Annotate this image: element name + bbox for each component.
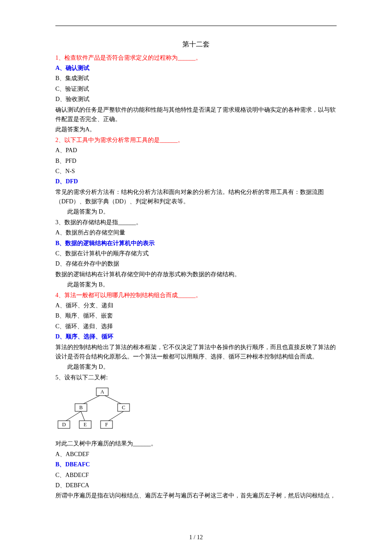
tree-node-b: B (79, 405, 83, 410)
q1-prompt: 1、检查软件产品是否符合需求定义的过程称为______。 (55, 53, 337, 63)
q5-explanation-1: 所谓中序遍历是指在访问根结点、遍历左子树与遍历右子树这三者中，首先遍历左子树，然… (55, 491, 337, 500)
q4-option-c: C、循环、递归、选择 (55, 322, 337, 331)
tree-node-f: F (105, 422, 108, 428)
q3-explanation-2: 此题答案为 B。 (55, 280, 337, 289)
q1-option-c: C、验证测试 (55, 84, 337, 94)
q5-option-a: A、ABCDEF (55, 450, 337, 459)
q2-explanation-1: 常见的需求分析方法有：结构化分析方法和面向对象的分析方法。结构化分析的常用工具有… (55, 188, 337, 207)
q3-prompt: 3、数据的存储结构是指______。 (55, 218, 337, 227)
q1-option-d: D、验收测试 (55, 95, 337, 104)
tree-node-c: C (122, 405, 125, 410)
q2-explanation-2: 此题答案为 D。 (55, 207, 337, 217)
q2-option-d: D、DFD (55, 177, 337, 186)
svg-line-3 (81, 411, 85, 422)
q1-option-b: B、集成测试 (55, 74, 337, 83)
q2-option-b: B、PFD (55, 156, 337, 166)
tree-node-e: E (84, 422, 86, 428)
tree-node-a: A (101, 389, 104, 395)
q4-explanation-1: 算法的控制结构给出了算法的根本框架，它不仅决定了算法中各操作的执行顺序，而且也直… (55, 343, 337, 362)
q1-option-a: A、确认测试 (55, 64, 337, 73)
svg-line-2 (64, 411, 81, 422)
page-footer: 1 / 12 (0, 533, 392, 542)
binary-tree-diagram: A B C D E F (55, 386, 141, 433)
q3-option-b: B、数据的逻辑结构在计算机中的表示 (55, 239, 337, 248)
svg-line-4 (107, 411, 124, 422)
q3-option-c: C、数据在计算机中的顺序存储方式 (55, 249, 337, 258)
q5-option-c: C、ABDECF (55, 471, 337, 480)
svg-line-0 (81, 394, 102, 405)
q5-prompt: 5、设有以下二叉树: (55, 373, 337, 382)
tree-node-d: D (62, 422, 66, 428)
svg-line-1 (102, 394, 124, 405)
q4-option-d: D、顺序、选择、循环 (55, 332, 337, 341)
q4-prompt: 4、算法一般都可以用哪几种控制结构组合而成______。 (55, 291, 337, 300)
q5-option-d: D、DEBFCA (55, 481, 337, 490)
q3-explanation-1: 数据的逻辑结构在计算机存储空间中的存放形式称为数据的存储结构。 (55, 270, 337, 279)
q4-explanation-2: 此题答案为 D。 (55, 362, 337, 372)
q3-option-d: D、存储在外存中的数据 (55, 259, 337, 269)
q4-option-b: B、顺序、循环、嵌套 (55, 311, 337, 321)
page-title: 第十二套 (55, 39, 337, 50)
top-rule (55, 26, 337, 26)
q3-option-a: A、数据所占的存储空间量 (55, 228, 337, 237)
document-page: 第十二套 1、检查软件产品是否符合需求定义的过程称为______。 A、确认测试… (0, 0, 392, 555)
q4-option-a: A、循环、分支、递归 (55, 301, 337, 310)
q5-after-tree: 对此二叉树中序遍历的结果为______。 (55, 439, 337, 448)
q1-explanation-1: 确认测试的任务是严整软件的功能和性能与其他特性是否满足了需求规格说明中确实定的各… (55, 105, 337, 124)
q2-prompt: 2、以下工具中为需求分析常用工具的是______。 (55, 136, 337, 145)
q1-explanation-2: 此题答案为A。 (55, 125, 337, 134)
q2-option-a: A、PAD (55, 146, 337, 155)
q5-option-b: B、DBEAFC (55, 460, 337, 469)
q2-option-c: C、N-S (55, 167, 337, 176)
